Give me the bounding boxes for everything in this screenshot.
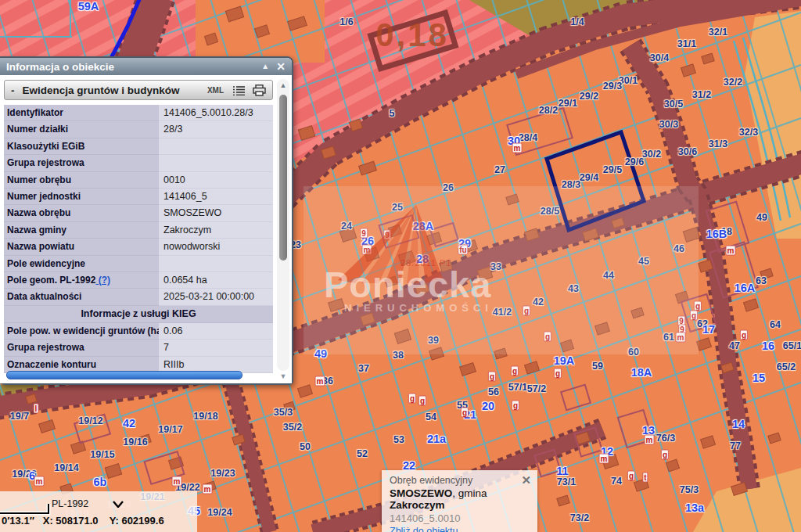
parcel-label[interactable]: 19/23 <box>210 468 235 479</box>
parcel-label[interactable]: 5 <box>390 108 395 119</box>
parcel-label[interactable]: 30/3 <box>659 119 678 130</box>
scroll-up-icon[interactable]: ▲ <box>277 81 289 89</box>
address-label[interactable]: 13a <box>685 501 704 514</box>
address-label[interactable]: 28 <box>416 253 429 265</box>
parcel-label[interactable]: 28/3 <box>562 179 580 190</box>
parcel-label[interactable]: 19/16 <box>123 437 147 448</box>
parcel-label[interactable]: 53 <box>393 434 404 445</box>
address-label[interactable]: 17 <box>702 323 715 336</box>
parcel-label[interactable]: 30/5 <box>664 99 683 110</box>
parcel-label[interactable]: 63 <box>756 275 767 286</box>
parcel-label[interactable]: 35/3 <box>274 407 293 418</box>
parcel-label[interactable]: 49 <box>756 212 767 223</box>
parcel-label[interactable]: 73/1 <box>557 476 576 487</box>
parcel-label[interactable]: 30/6 <box>678 146 697 157</box>
parcel-label[interactable]: 75/3 <box>680 484 699 495</box>
parcel-label[interactable]: 50 <box>300 441 311 452</box>
address-label[interactable]: 18A <box>631 366 652 379</box>
popup-close-icon[interactable]: ✕ <box>521 473 531 487</box>
xml-button[interactable]: XML <box>207 86 224 95</box>
address-label[interactable]: 15 <box>753 372 765 384</box>
help-link[interactable]: (?) <box>95 275 110 286</box>
parcel-label[interactable]: 59 <box>592 361 603 372</box>
parcel-label[interactable]: 28/5 <box>541 206 559 217</box>
address-label[interactable]: 19A <box>554 354 575 367</box>
parcel-label[interactable]: 30/2 <box>642 149 661 160</box>
scrollbar-thumb[interactable] <box>279 95 287 261</box>
parcel-label[interactable]: 32/2 <box>724 77 742 88</box>
parcel-label[interactable]: 35/2 <box>283 422 302 433</box>
crs-selector[interactable]: PL-1992 <box>44 494 131 514</box>
zoom-to-object-link[interactable]: Zbliż do obiektu <box>390 526 530 532</box>
panel-titlebar[interactable]: Informacja o obiekcie ▲ ✕ <box>0 58 292 75</box>
parcel-label[interactable]: 32/1 <box>709 27 727 38</box>
print-icon[interactable] <box>253 84 266 96</box>
parcel-label[interactable]: 64 <box>770 319 781 330</box>
address-label[interactable]: 42 <box>123 417 135 430</box>
parcel-label[interactable]: 29/5 <box>603 164 622 175</box>
parcel-label[interactable]: 42 <box>533 297 544 307</box>
parcel-label[interactable]: 19/18 <box>193 411 217 422</box>
parcel-label[interactable]: 19/15 <box>90 449 114 460</box>
parcel-label[interactable]: 45 <box>638 256 649 267</box>
parcel-label[interactable]: 65/2 <box>777 361 796 372</box>
address-label[interactable]: 11 <box>556 465 568 477</box>
parcel-label[interactable]: 25 <box>392 202 403 213</box>
parcel-label[interactable]: 28/4 <box>519 132 537 143</box>
parcel-label[interactable]: 32/3 <box>739 127 758 138</box>
parcel-label[interactable]: 56 <box>488 386 499 397</box>
parcel-label[interactable]: 65/1 <box>783 340 801 351</box>
section-header[interactable]: - Ewidencja gruntów i budynków XML <box>4 80 273 100</box>
parcel-label[interactable]: 31/2 <box>692 89 711 100</box>
parcel-label[interactable]: 52 <box>357 448 368 459</box>
parcel-label[interactable]: 19/24 <box>207 507 232 518</box>
collapse-icon[interactable]: ▲ <box>261 63 269 70</box>
close-icon[interactable]: ✕ <box>276 61 286 72</box>
address-label[interactable]: 20 <box>482 400 494 412</box>
parcel-label[interactable]: 24 <box>341 221 352 232</box>
parcel-label[interactable]: 46 <box>673 243 684 254</box>
parcel-label[interactable]: 29/4 <box>580 172 598 183</box>
parcel-label[interactable]: 44 <box>603 270 614 281</box>
parcel-label[interactable]: 19/12 <box>78 415 102 426</box>
parcel-label[interactable]: 73/2 <box>570 512 589 523</box>
parcel-label[interactable]: 19/7 <box>10 411 29 422</box>
parcel-label[interactable]: 54 <box>426 412 436 422</box>
parcel-label[interactable]: 28/2 <box>539 105 558 116</box>
parcel-label[interactable]: 30/4 <box>650 52 669 63</box>
parcel-label[interactable]: 39 <box>428 335 439 346</box>
parcel-label[interactable]: 31/1 <box>677 38 696 49</box>
parcel-label[interactable]: 60 <box>628 347 639 358</box>
parcel-label[interactable]: 29/3 <box>603 81 622 92</box>
parcel-label[interactable]: 76/3 <box>656 433 675 444</box>
parcel-label[interactable]: 74 <box>611 476 622 487</box>
parcel-label[interactable]: 1/4 <box>570 16 584 27</box>
address-label[interactable]: 28A <box>413 220 434 232</box>
parcel-label[interactable]: 57/2 <box>527 383 546 394</box>
parcel-label[interactable]: 29/2 <box>580 91 598 102</box>
address-label[interactable]: 14 <box>732 418 745 430</box>
parcel-label[interactable]: 1/6 <box>339 16 353 27</box>
vertical-scrollbar[interactable]: ▲ ▼ <box>277 79 289 371</box>
address-label[interactable]: 16B <box>706 228 727 240</box>
address-label[interactable]: 6b <box>94 476 107 488</box>
list-icon[interactable] <box>233 85 245 95</box>
parcel-label[interactable]: 31/3 <box>709 138 727 149</box>
parcel-label[interactable]: 41/2 <box>493 307 512 318</box>
parcel-label[interactable]: 38 <box>393 350 404 361</box>
parcel-label[interactable]: 19/17 <box>158 424 182 435</box>
address-label[interactable]: 16A <box>735 282 756 294</box>
address-label[interactable]: 16 <box>762 340 774 352</box>
address-label[interactable]: 21a <box>427 433 446 445</box>
parcel-label[interactable]: 37 <box>358 363 369 374</box>
parcel-label[interactable]: 29/6 <box>625 156 644 167</box>
parcel-label[interactable]: 77 <box>730 440 741 451</box>
parcel-label[interactable]: 33 <box>490 261 501 272</box>
parcel-label[interactable]: 47 <box>729 340 740 351</box>
parcel-label[interactable]: 61 <box>663 332 674 343</box>
section-collapse-icon[interactable]: - <box>11 84 15 96</box>
horizontal-scrollbar-thumb[interactable] <box>6 371 242 379</box>
parcel-label[interactable]: 43 <box>568 283 579 294</box>
parcel-label[interactable]: 57/1 <box>508 382 527 393</box>
parcel-label[interactable]: 27 <box>494 164 505 175</box>
